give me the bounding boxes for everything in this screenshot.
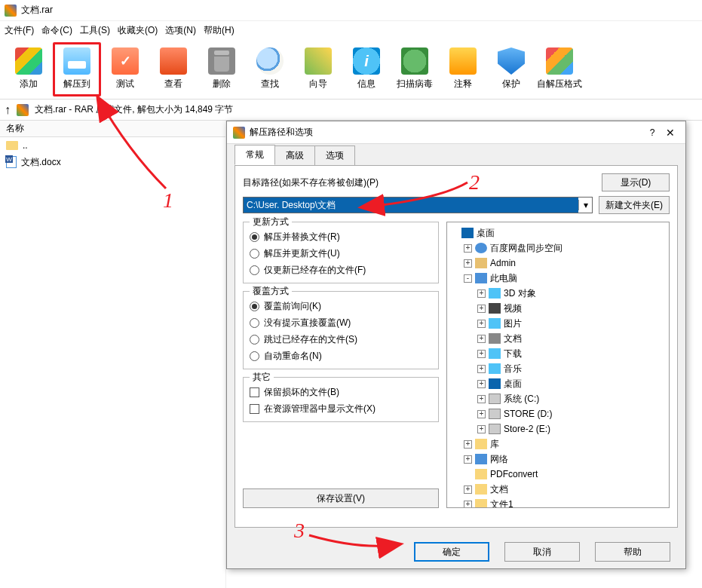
expand-icon[interactable]: + bbox=[464, 259, 472, 268]
menu-file[interactable]: 文件(F) bbox=[5, 24, 34, 37]
tree-node[interactable]: +图片 bbox=[450, 316, 666, 331]
file-list: 名称 ..文档.docx bbox=[0, 121, 226, 588]
expand-icon[interactable]: + bbox=[477, 410, 486, 418]
tree-label: 桌面 bbox=[504, 378, 522, 390]
tree-node[interactable]: PDFconvert bbox=[450, 467, 666, 482]
radio-replace[interactable] bbox=[250, 232, 259, 242]
toolbar: 添加解压到测试查看删除查找向导信息扫描病毒注释保护自解压格式 bbox=[0, 39, 702, 100]
tab-general[interactable]: 常规 bbox=[235, 145, 275, 165]
save-settings-button[interactable]: 保存设置(V) bbox=[243, 488, 439, 508]
net-icon bbox=[475, 454, 487, 464]
path-combobox[interactable]: C:\User. Desktop\文档 ▾ bbox=[243, 197, 593, 213]
expand-icon[interactable]: + bbox=[477, 305, 486, 313]
check-show-explorer[interactable] bbox=[250, 404, 259, 414]
tree-node[interactable]: +库 bbox=[450, 436, 666, 452]
pic-icon bbox=[489, 318, 501, 329]
list-item[interactable]: 文档.docx bbox=[0, 154, 225, 170]
tree-node[interactable]: +视频 bbox=[450, 301, 666, 316]
expand-icon[interactable]: + bbox=[477, 380, 486, 388]
toolbar-view-button[interactable]: 查看 bbox=[149, 42, 198, 96]
tree-node[interactable]: +文档 bbox=[450, 331, 666, 346]
expand-icon[interactable]: + bbox=[464, 485, 472, 494]
menu-favorites[interactable]: 收藏夹(O) bbox=[118, 24, 158, 37]
expand-icon[interactable]: + bbox=[477, 365, 486, 373]
radio-rename[interactable] bbox=[250, 351, 259, 361]
expand-icon[interactable]: + bbox=[477, 320, 486, 328]
tree-node[interactable]: -此电脑 bbox=[450, 271, 666, 286]
show-button[interactable]: 显示(D) bbox=[602, 173, 670, 191]
info-icon bbox=[353, 47, 380, 75]
expand-icon[interactable]: + bbox=[464, 501, 472, 509]
tree-node[interactable]: +下载 bbox=[450, 346, 666, 361]
video-icon bbox=[489, 303, 501, 314]
expand-icon[interactable]: + bbox=[464, 244, 472, 253]
3d-icon bbox=[489, 288, 501, 299]
radio-freshen[interactable] bbox=[250, 265, 259, 275]
toolbar-virus-button[interactable]: 扫描病毒 bbox=[391, 42, 439, 96]
toolbar-info-button[interactable]: 信息 bbox=[342, 42, 391, 96]
tree-label: 网络 bbox=[490, 453, 508, 466]
menu-options[interactable]: 选项(N) bbox=[165, 24, 196, 37]
chevron-down-icon[interactable]: ▾ bbox=[578, 200, 592, 210]
toolbar-extract-button[interactable]: 解压到 bbox=[53, 42, 101, 96]
tree-node[interactable]: +桌面 bbox=[450, 376, 666, 391]
tree-node[interactable]: +百度网盘同步空间 bbox=[450, 240, 666, 256]
ok-button[interactable]: 确定 bbox=[414, 542, 489, 562]
radio-skip[interactable] bbox=[250, 335, 259, 345]
expand-icon[interactable]: + bbox=[477, 350, 486, 358]
toolbar-test-button[interactable]: 测试 bbox=[101, 42, 149, 96]
tree-node[interactable]: +Store-2 (E:) bbox=[450, 421, 666, 436]
file-name: 文档.docx bbox=[21, 156, 61, 169]
toolbar-find-button[interactable]: 查找 bbox=[246, 42, 294, 96]
expand-icon[interactable]: + bbox=[477, 289, 486, 298]
menu-command[interactable]: 命令(C) bbox=[41, 24, 72, 37]
tree-node[interactable]: +STORE (D:) bbox=[450, 406, 666, 421]
tree-node[interactable]: +Admin bbox=[450, 256, 666, 271]
column-header-name[interactable]: 名称 bbox=[0, 121, 225, 137]
menu-help[interactable]: 帮助(H) bbox=[204, 24, 235, 37]
tree-node[interactable]: +文件1 bbox=[450, 497, 666, 508]
expand-icon[interactable]: + bbox=[464, 440, 472, 449]
radio-update[interactable] bbox=[250, 249, 259, 259]
tree-node[interactable]: +网络 bbox=[450, 452, 666, 467]
tree-node[interactable]: +系统 (C:) bbox=[450, 391, 666, 406]
tree-label: STORE (D:) bbox=[504, 409, 552, 419]
dialog-title: 解压路径和选项 bbox=[250, 126, 643, 139]
help-button[interactable]: ? bbox=[643, 127, 661, 138]
tab-options[interactable]: 选项 bbox=[314, 145, 355, 165]
comment-icon bbox=[449, 47, 477, 75]
nav-up-button[interactable]: ↑ bbox=[5, 103, 11, 117]
toolbar-comment-button[interactable]: 注释 bbox=[439, 42, 487, 96]
tree-node[interactable]: +音乐 bbox=[450, 361, 666, 376]
list-item[interactable]: .. bbox=[0, 137, 225, 154]
sfx-icon bbox=[546, 47, 573, 75]
tab-advanced[interactable]: 高级 bbox=[274, 145, 315, 165]
new-folder-button[interactable]: 新建文件夹(E) bbox=[599, 196, 670, 214]
toolbar-sfx-button[interactable]: 自解压格式 bbox=[535, 42, 584, 96]
cancel-button[interactable]: 取消 bbox=[504, 542, 580, 562]
tree-node[interactable]: 桌面 bbox=[450, 225, 666, 240]
toolbar-protect-label: 保护 bbox=[502, 78, 520, 90]
expand-icon[interactable]: - bbox=[464, 274, 472, 283]
toolbar-add-button[interactable]: 添加 bbox=[5, 42, 53, 96]
help-button-footer[interactable]: 帮助 bbox=[595, 542, 670, 562]
menu-tools[interactable]: 工具(S) bbox=[80, 24, 110, 37]
folder-icon bbox=[475, 484, 487, 495]
toolbar-delete-button[interactable]: 删除 bbox=[198, 42, 246, 96]
expand-icon[interactable]: + bbox=[477, 335, 486, 343]
close-button[interactable]: ✕ bbox=[661, 127, 679, 139]
folder-tree[interactable]: 桌面+百度网盘同步空间+Admin-此电脑+3D 对象+视频+图片+文档+下载+… bbox=[446, 222, 670, 508]
radio-ask[interactable] bbox=[250, 302, 259, 311]
expand-icon[interactable]: + bbox=[464, 455, 472, 464]
tree-node[interactable]: +3D 对象 bbox=[450, 286, 666, 301]
toolbar-wizard-button[interactable]: 向导 bbox=[294, 42, 342, 96]
toolbar-protect-button[interactable]: 保护 bbox=[487, 42, 535, 96]
annotation-1: 1 bbox=[163, 188, 173, 213]
radio-overwrite[interactable] bbox=[250, 318, 259, 328]
expand-icon[interactable]: + bbox=[477, 425, 486, 433]
tree-node[interactable]: +文档 bbox=[450, 482, 666, 497]
pc-icon bbox=[475, 273, 487, 283]
toolbar-test-label: 测试 bbox=[116, 78, 134, 90]
expand-icon[interactable]: + bbox=[477, 395, 486, 403]
check-keep-broken[interactable] bbox=[250, 387, 259, 397]
